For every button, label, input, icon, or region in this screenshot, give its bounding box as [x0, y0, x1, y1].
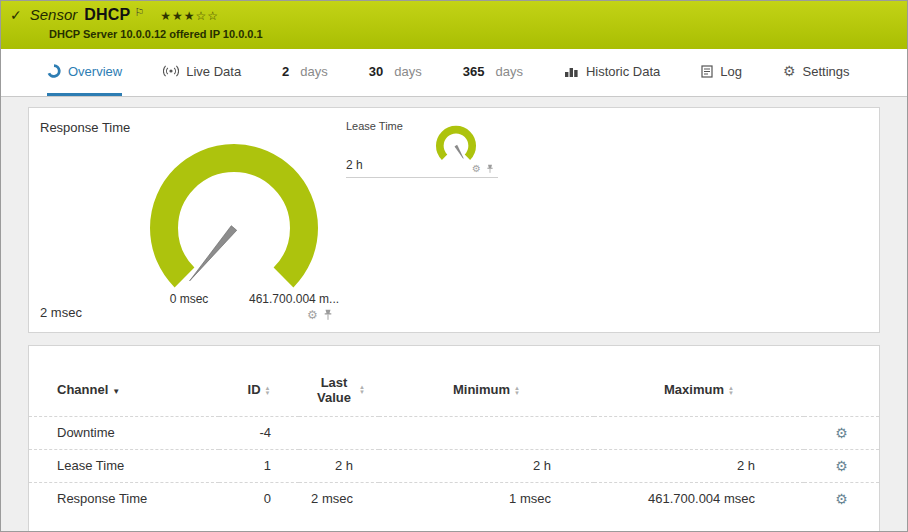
column-header-channel[interactable]: Channel▼ — [29, 364, 219, 416]
column-header-last-value[interactable]: Last Value▲▼ — [299, 364, 379, 416]
sort-toggle-icon: ▲▼ — [514, 386, 520, 396]
tab-30-days-label: days — [394, 64, 421, 79]
tab-365-days[interactable]: 365 days — [463, 49, 523, 96]
lease-time-title: Lease Time — [346, 120, 403, 132]
gauge-max-label: 461.700.004 m... — [249, 292, 365, 306]
response-time-gauge — [134, 128, 334, 298]
sensor-status-message: DHCP Server 10.0.0.12 offered IP 10.0.0.… — [49, 28, 897, 40]
cell-minimum: 1 msec — [379, 482, 594, 515]
status-check-icon: ✓ — [10, 7, 22, 23]
cell-channel: Lease Time — [29, 449, 219, 482]
cell-maximum — [594, 416, 804, 449]
channel-header-label: Channel — [57, 382, 108, 397]
tab-bar: Overview Live Data 2 days 30 days 365 da… — [1, 49, 907, 97]
table-row-downtime: Downtime -4 ⚙ — [29, 416, 879, 449]
tab-log[interactable]: Log — [701, 49, 742, 96]
sort-toggle-icon: ▲▼ — [359, 385, 365, 395]
channels-table-panel: Channel▼ ID▲▼ Last Value▲▼ Minimum▲▼ Max — [28, 345, 880, 532]
last-value-header-label: Last Value — [313, 375, 355, 405]
maximum-header-label: Maximum — [664, 382, 724, 397]
tab-overview[interactable]: Overview — [47, 49, 122, 96]
overview-icon — [47, 64, 61, 78]
tab-historic-data-label: Historic Data — [586, 64, 660, 79]
sensor-banner: ✓ Sensor DHCP ⚐ ★★★☆☆ DHCP Server 10.0.0… — [1, 1, 907, 49]
gauge-min-label: 0 msec — [147, 292, 231, 306]
sensor-title: DHCP — [84, 6, 130, 24]
lease-time-value: 2 h — [346, 158, 363, 172]
column-header-id[interactable]: ID▲▼ — [219, 364, 299, 416]
live-data-icon — [163, 65, 179, 77]
log-icon — [701, 65, 713, 78]
channel-settings-gear-icon[interactable]: ⚙ — [835, 491, 848, 507]
gauge-tools: ⚙ — [307, 309, 333, 321]
response-time-gauge-title: Response Time — [40, 120, 130, 135]
cell-last-value: 2 h — [299, 449, 379, 482]
gauges-panel: Response Time 0 msec 461.700.004 m... 2 … — [28, 107, 880, 333]
gauge-current-value: 2 msec — [40, 305, 82, 320]
historic-data-icon — [564, 65, 579, 78]
channel-settings-gear-icon[interactable]: ⚙ — [835, 458, 848, 474]
mini-pin-icon[interactable] — [486, 164, 494, 174]
sensor-kind-label: Sensor — [30, 6, 78, 23]
cell-last-value: 2 msec — [299, 482, 379, 515]
pin-icon[interactable] — [323, 309, 333, 321]
flag-icon[interactable]: ⚐ — [134, 6, 144, 19]
tab-live-data-label: Live Data — [186, 64, 241, 79]
channels-table: Channel▼ ID▲▼ Last Value▲▼ Minimum▲▼ Max — [29, 364, 879, 515]
cell-minimum: 2 h — [379, 449, 594, 482]
tab-365-days-label: days — [495, 64, 522, 79]
cell-channel: Downtime — [29, 416, 219, 449]
tab-30-days[interactable]: 30 days — [369, 49, 422, 96]
sort-desc-icon: ▼ — [112, 387, 120, 396]
prtg-sensor-window: ✓ Sensor DHCP ⚐ ★★★☆☆ DHCP Server 10.0.0… — [0, 0, 908, 532]
priority-stars[interactable]: ★★★☆☆ — [160, 9, 219, 23]
channel-settings-gear-icon[interactable]: ⚙ — [835, 425, 848, 441]
sort-toggle-icon: ▲▼ — [728, 386, 734, 396]
mini-gauge-settings-gear-icon[interactable]: ⚙ — [472, 164, 481, 174]
tab-365-days-num: 365 — [463, 64, 485, 79]
column-header-maximum[interactable]: Maximum▲▼ — [594, 364, 804, 416]
table-header-row: Channel▼ ID▲▼ Last Value▲▼ Minimum▲▼ Max — [29, 364, 879, 416]
gauge-needle — [190, 226, 237, 281]
minimum-header-label: Minimum — [453, 382, 510, 397]
stars-empty[interactable]: ☆☆ — [196, 9, 220, 23]
tab-30-days-num: 30 — [369, 64, 383, 79]
settings-gear-icon: ⚙ — [783, 63, 796, 79]
cell-last-value — [299, 416, 379, 449]
cell-id: 1 — [219, 449, 299, 482]
tab-2-days[interactable]: 2 days — [282, 49, 328, 96]
id-header-label: ID — [248, 382, 261, 397]
table-row-response-time: Response Time 0 2 msec 1 msec 461.700.00… — [29, 482, 879, 515]
tab-live-data[interactable]: Live Data — [163, 49, 241, 96]
cell-id: -4 — [219, 416, 299, 449]
tab-settings[interactable]: ⚙ Settings — [783, 49, 850, 96]
lease-time-gauge — [430, 122, 482, 168]
sensor-banner-line1: ✓ Sensor DHCP ⚐ ★★★☆☆ — [10, 6, 897, 24]
column-header-minimum[interactable]: Minimum▲▼ — [379, 364, 594, 416]
lease-time-mini-panel: Lease Time 2 h ⚙ — [346, 120, 498, 178]
tab-overview-label: Overview — [68, 64, 122, 79]
table-row-lease-time: Lease Time 1 2 h 2 h 2 h ⚙ — [29, 449, 879, 482]
tab-2-days-label: days — [300, 64, 327, 79]
tab-settings-label: Settings — [803, 64, 850, 79]
cell-maximum: 2 h — [594, 449, 804, 482]
sort-toggle-icon: ▲▼ — [265, 386, 271, 396]
cell-id: 0 — [219, 482, 299, 515]
gauge-settings-gear-icon[interactable]: ⚙ — [307, 309, 318, 321]
tab-historic-data[interactable]: Historic Data — [564, 49, 660, 96]
column-header-actions — [804, 364, 879, 416]
tab-2-days-num: 2 — [282, 64, 289, 79]
cell-minimum — [379, 416, 594, 449]
cell-channel: Response Time — [29, 482, 219, 515]
cell-maximum: 461.700.004 msec — [594, 482, 804, 515]
stars-filled[interactable]: ★★★ — [160, 9, 195, 23]
mini-gauge-tools: ⚙ — [472, 164, 494, 174]
tab-log-label: Log — [720, 64, 742, 79]
content-area: Response Time 0 msec 461.700.004 m... 2 … — [1, 97, 907, 532]
mini-gauge-needle — [455, 145, 463, 158]
